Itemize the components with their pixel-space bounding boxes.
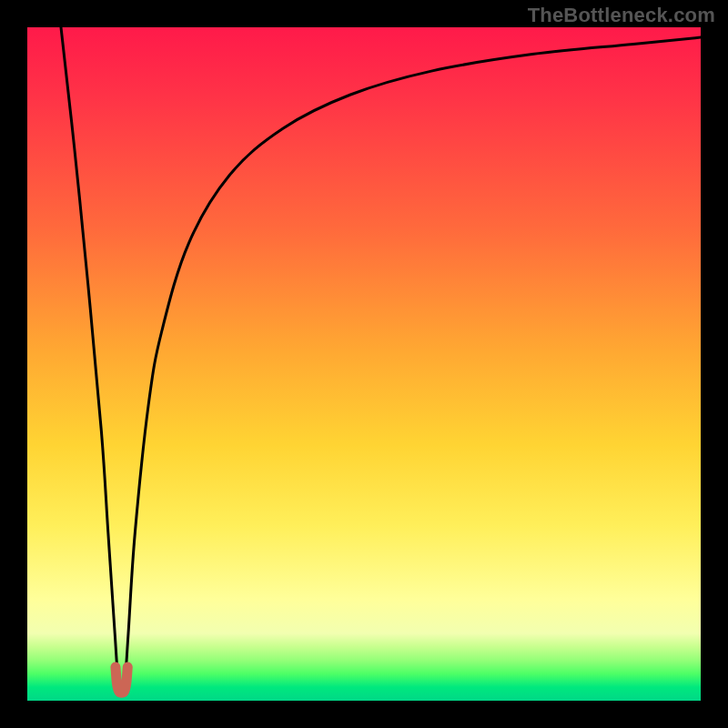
chart-frame: TheBottleneck.com: [0, 0, 728, 728]
trough-marker-path: [116, 667, 127, 693]
plot-area: [27, 27, 701, 701]
bottleneck-curve-svg: [27, 27, 701, 701]
bottleneck-curve-path: [61, 27, 701, 691]
watermark-text: TheBottleneck.com: [528, 4, 715, 27]
